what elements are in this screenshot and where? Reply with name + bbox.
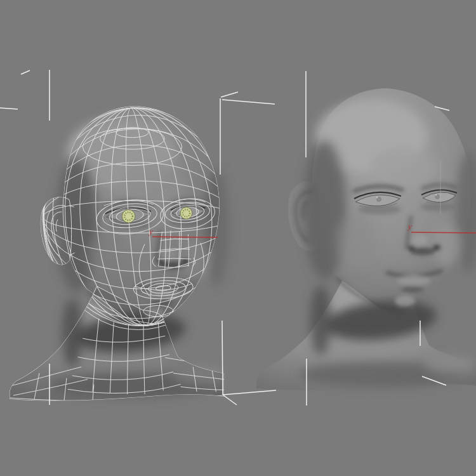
viewport-3d[interactable]: y y [0,0,476,476]
